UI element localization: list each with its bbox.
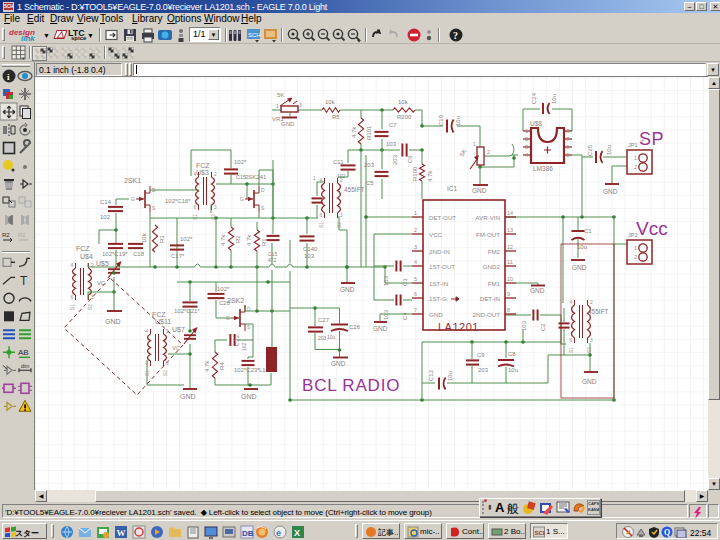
svg-text:U$7: U$7 xyxy=(172,326,185,333)
svg-text:102*C19*: 102*C19* xyxy=(102,251,128,257)
svg-text:S1: S1 xyxy=(569,347,574,353)
svg-text:6: 6 xyxy=(146,361,149,366)
svg-text:2: 2 xyxy=(214,172,217,177)
svg-text:?: ? xyxy=(453,30,458,41)
svg-text:S2: S2 xyxy=(211,214,216,220)
svg-text:10k: 10k xyxy=(325,99,336,105)
svg-text:4: 4 xyxy=(71,263,74,268)
svg-text:10u: 10u xyxy=(577,244,587,250)
svg-text:3: 3 xyxy=(414,244,417,250)
svg-text:VCC: VCC xyxy=(429,231,443,238)
svg-text:455IFT: 455IFT xyxy=(588,308,609,315)
svg-text:203: 203 xyxy=(392,154,398,165)
svg-text:JP1: JP1 xyxy=(628,142,637,148)
svg-text:6: 6 xyxy=(320,213,323,218)
svg-text:C27: C27 xyxy=(318,317,330,323)
svg-text:FCZ: FCZ xyxy=(76,245,90,252)
svg-text:1ST-G: 1ST-G xyxy=(429,295,447,302)
svg-text:C6: C6 xyxy=(407,155,413,163)
svg-text:C10: C10 xyxy=(438,114,444,126)
svg-text:GND: GND xyxy=(572,264,587,271)
svg-text:IC1: IC1 xyxy=(447,185,458,192)
svg-text:S: S xyxy=(247,325,250,330)
svg-text:3: 3 xyxy=(299,102,302,108)
svg-text:1: 1 xyxy=(634,155,637,161)
svg-text:C7: C7 xyxy=(389,122,397,128)
svg-text:L1: L1 xyxy=(259,367,266,373)
svg-text:4.7k: 4.7k xyxy=(246,234,252,246)
svg-text:GND: GND xyxy=(472,187,487,194)
svg-text:AB: AB xyxy=(18,348,29,357)
svg-text:e: e xyxy=(276,528,281,538)
svg-text:103: 103 xyxy=(383,275,389,286)
svg-text:S1: S1 xyxy=(193,214,198,220)
svg-text:GND: GND xyxy=(331,360,346,367)
svg-text:2SK241: 2SK241 xyxy=(245,174,267,180)
svg-text:GND: GND xyxy=(373,325,388,332)
svg-text:2: 2 xyxy=(634,254,637,260)
svg-text:C17*: C17* xyxy=(171,253,185,259)
svg-text:R5: R5 xyxy=(332,114,340,120)
svg-text:203: 203 xyxy=(478,367,489,373)
svg-text:C5: C5 xyxy=(366,180,374,186)
svg-text:GND: GND xyxy=(603,188,618,195)
svg-text:S: S xyxy=(261,206,264,211)
svg-text:DB: DB xyxy=(242,529,254,538)
svg-text:5: 5 xyxy=(414,276,417,282)
svg-text:S2: S2 xyxy=(337,222,342,228)
svg-text:6: 6 xyxy=(71,295,74,300)
svg-text:C24: C24 xyxy=(531,92,537,104)
svg-text:10: 10 xyxy=(507,276,513,282)
svg-text:GND: GND xyxy=(241,393,257,400)
svg-text:10u: 10u xyxy=(508,367,518,373)
svg-text:R2: R2 xyxy=(2,232,10,238)
svg-text:R100: R100 xyxy=(412,166,418,181)
svg-text:W: W xyxy=(117,528,126,538)
svg-text:455IFT: 455IFT xyxy=(344,186,365,193)
svg-text:GND: GND xyxy=(105,318,121,325)
svg-text:472: 472 xyxy=(268,257,277,263)
svg-text:R1: R1 xyxy=(261,238,267,246)
svg-text:3: 3 xyxy=(91,295,94,300)
svg-text:1: 1 xyxy=(634,245,637,251)
svg-text:LM386: LM386 xyxy=(533,165,553,172)
svg-text:VC: VC xyxy=(172,345,181,351)
svg-text:AVR-VIN: AVR-VIN xyxy=(475,214,500,221)
svg-text:203: 203 xyxy=(318,335,327,341)
svg-text:2: 2 xyxy=(166,329,169,334)
svg-text:R200: R200 xyxy=(397,114,412,120)
svg-text:4.7k: 4.7k xyxy=(204,360,210,372)
svg-text:102*C21*: 102*C21* xyxy=(174,308,200,314)
svg-text:103: 103 xyxy=(521,320,527,331)
svg-text:102*: 102* xyxy=(217,286,230,292)
svg-text:2ND-IN: 2ND-IN xyxy=(429,248,450,255)
svg-text:C9: C9 xyxy=(477,352,485,358)
svg-text:7: 7 xyxy=(414,307,417,313)
svg-text:2: 2 xyxy=(590,300,593,305)
svg-text:C22: C22 xyxy=(234,334,240,346)
svg-text:S2: S2 xyxy=(587,347,592,353)
svg-text:D: D xyxy=(247,307,251,312)
svg-text:1: 1 xyxy=(276,103,279,109)
svg-text:C140: C140 xyxy=(303,246,318,252)
svg-text:BCL RADIO: BCL RADIO xyxy=(302,376,400,395)
svg-text:8: 8 xyxy=(507,307,510,313)
svg-text:GND: GND xyxy=(429,311,443,318)
svg-text:102*: 102* xyxy=(180,236,193,242)
svg-text:FM1: FM1 xyxy=(488,280,501,287)
svg-text:1: 1 xyxy=(313,176,316,181)
svg-text:2: 2 xyxy=(487,149,490,155)
svg-text:R4: R4 xyxy=(219,362,225,370)
svg-text:6: 6 xyxy=(194,205,197,210)
svg-text:11: 11 xyxy=(507,259,513,265)
svg-text:1ST-OUT: 1ST-OUT xyxy=(429,263,455,270)
svg-text:C8: C8 xyxy=(508,351,516,357)
svg-text:SCH: SCH xyxy=(248,32,261,38)
svg-text:14: 14 xyxy=(507,210,513,216)
svg-text:4: 4 xyxy=(570,300,573,305)
svg-text:10u: 10u xyxy=(551,94,557,104)
svg-text:S2: S2 xyxy=(163,370,168,376)
svg-text:10k: 10k xyxy=(141,232,147,243)
svg-text:G: G xyxy=(240,197,244,202)
svg-text:2: 2 xyxy=(340,178,343,183)
